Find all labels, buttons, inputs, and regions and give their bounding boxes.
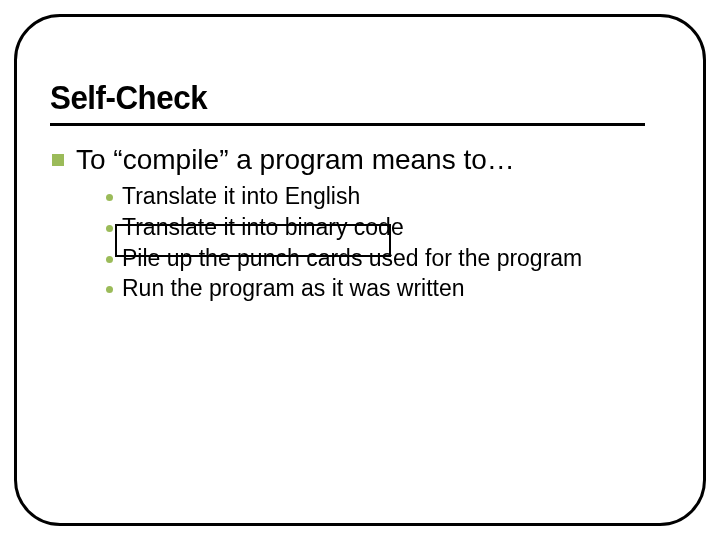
option-text: Translate it into binary code (122, 213, 404, 242)
list-item: Translate it into English (106, 182, 670, 211)
question-row: To “compile” a program means to… (52, 144, 670, 176)
list-item: Translate it into binary code (106, 213, 670, 242)
square-bullet-icon (52, 154, 64, 166)
title-underline (50, 123, 645, 126)
dot-bullet-icon (106, 286, 113, 293)
options-list: Translate it into English Translate it i… (106, 182, 670, 303)
option-text: Pile up the punch cards used for the pro… (122, 244, 582, 273)
list-item: Pile up the punch cards used for the pro… (106, 244, 670, 273)
slide: Self-Check To “compile” a program means … (0, 0, 720, 540)
option-text: Translate it into English (122, 182, 360, 211)
dot-bullet-icon (106, 225, 113, 232)
dot-bullet-icon (106, 194, 113, 201)
slide-content: Self-Check To “compile” a program means … (50, 78, 670, 305)
question-text: To “compile” a program means to… (76, 144, 515, 176)
option-text: Run the program as it was written (122, 274, 465, 303)
slide-title: Self-Check (50, 78, 620, 117)
dot-bullet-icon (106, 256, 113, 263)
list-item: Run the program as it was written (106, 274, 670, 303)
